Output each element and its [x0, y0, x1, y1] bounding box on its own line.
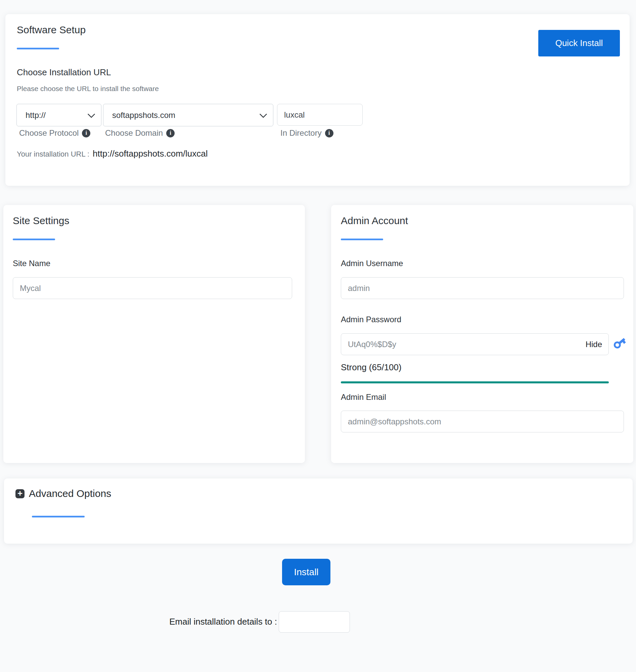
choose-domain-label: Choose Domain i — [105, 128, 175, 138]
protocol-select[interactable]: http:// — [17, 104, 101, 126]
email-details-label: Email installation details to : — [143, 617, 277, 627]
advanced-options-card: + Advanced Options — [4, 478, 633, 544]
installation-url-line: Your installation URL : http://softappsh… — [17, 149, 208, 159]
admin-email-label: Admin Email — [341, 392, 386, 402]
quick-install-button[interactable]: Quick Install — [538, 30, 620, 56]
directory-input[interactable] — [277, 104, 363, 126]
installation-url-label: Your installation URL : — [17, 150, 89, 159]
password-strength-text: Strong (65/100) — [341, 362, 402, 372]
software-setup-card: Software Setup Quick Install Choose Inst… — [5, 14, 630, 186]
choose-protocol-label: Choose Protocol i — [19, 128, 90, 138]
admin-username-input[interactable] — [341, 277, 624, 299]
install-button[interactable]: Install — [282, 559, 331, 585]
info-icon[interactable]: i — [325, 129, 334, 137]
admin-account-card: Admin Account Admin Username Admin Passw… — [331, 205, 633, 463]
site-name-label: Site Name — [13, 259, 51, 268]
admin-password-label: Admin Password — [341, 315, 401, 324]
admin-email-input[interactable] — [341, 410, 624, 433]
site-settings-title: Site Settings — [13, 215, 69, 227]
site-settings-card: Site Settings Site Name — [3, 205, 305, 463]
plus-icon: + — [16, 489, 24, 498]
generate-password-key-icon[interactable] — [610, 333, 629, 353]
admin-account-title: Admin Account — [341, 215, 408, 227]
info-icon[interactable]: i — [82, 129, 90, 137]
admin-password-input[interactable] — [341, 333, 609, 355]
domain-select[interactable]: softappshots.com — [103, 104, 273, 126]
hide-password-toggle[interactable]: Hide — [585, 340, 602, 349]
software-setup-title: Software Setup — [17, 24, 86, 36]
password-strength-bar — [341, 381, 609, 383]
protocol-select-wrap: http:// — [17, 104, 101, 126]
choose-installation-url-subtitle: Please choose the URL to install the sof… — [17, 85, 159, 93]
title-accent-line — [13, 238, 55, 240]
title-accent-line — [17, 48, 59, 50]
in-directory-label: In Directory i — [280, 128, 334, 138]
installation-url-value: http://softappshots.com/luxcal — [93, 149, 208, 159]
site-name-input[interactable] — [13, 277, 292, 299]
domain-select-wrap: softappshots.com — [103, 104, 273, 126]
password-strength-bar-fill — [341, 381, 609, 383]
email-details-input[interactable] — [279, 611, 350, 633]
advanced-options-toggle[interactable]: + Advanced Options — [16, 488, 111, 499]
admin-password-row: Hide — [341, 333, 609, 355]
advanced-options-title: Advanced Options — [29, 488, 111, 499]
title-accent-line — [32, 516, 85, 517]
choose-installation-url-heading: Choose Installation URL — [17, 67, 111, 78]
info-icon[interactable]: i — [166, 129, 175, 137]
admin-username-label: Admin Username — [341, 259, 403, 268]
title-accent-line — [341, 238, 383, 240]
